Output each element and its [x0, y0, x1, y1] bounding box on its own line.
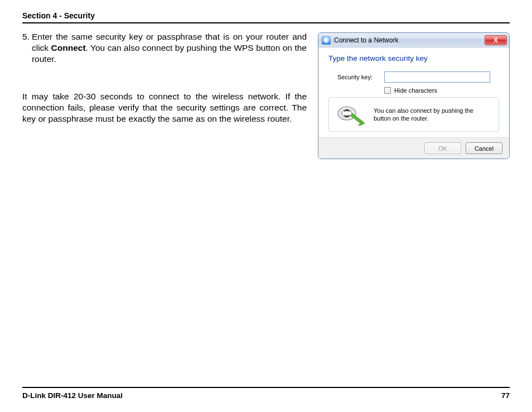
hide-characters-checkbox[interactable]: [384, 87, 391, 94]
manual-title: D-Link DIR-412 User Manual: [22, 391, 123, 400]
connection-note: It may take 20-30 seconds to connect to …: [22, 91, 307, 124]
dialog-heading: Type the network security key: [328, 54, 499, 63]
dialog-title: Connect to a Network: [334, 36, 485, 44]
dialog-titlebar: Connect to a Network X: [318, 33, 509, 47]
step-text: Enter the same security key or passphras…: [32, 31, 307, 64]
cancel-button[interactable]: Cancel: [466, 142, 502, 154]
network-icon: [322, 36, 331, 45]
connect-network-dialog: Connect to a Network X Type the network …: [318, 32, 510, 159]
hide-characters-label: Hide characters: [394, 87, 437, 94]
security-key-label: Security key:: [337, 74, 379, 80]
dialog-button-row: OK Cancel: [318, 137, 509, 159]
close-icon: X: [494, 36, 498, 44]
section-header: Section 4 - Security: [22, 11, 510, 20]
close-button[interactable]: X: [485, 35, 507, 45]
step-text-bold: Connect: [51, 43, 86, 52]
step-number: 5.: [22, 31, 30, 64]
security-key-input[interactable]: [384, 71, 490, 83]
instruction-step-5: 5. Enter the same security key or passph…: [22, 31, 307, 64]
ok-button[interactable]: OK: [424, 142, 461, 154]
wps-hint-panel: You can also connect by pushing the butt…: [328, 97, 499, 132]
router-wps-icon: [336, 103, 365, 126]
wps-hint-text: You can also connect by pushing the butt…: [374, 107, 492, 123]
page-number: 77: [501, 391, 510, 400]
